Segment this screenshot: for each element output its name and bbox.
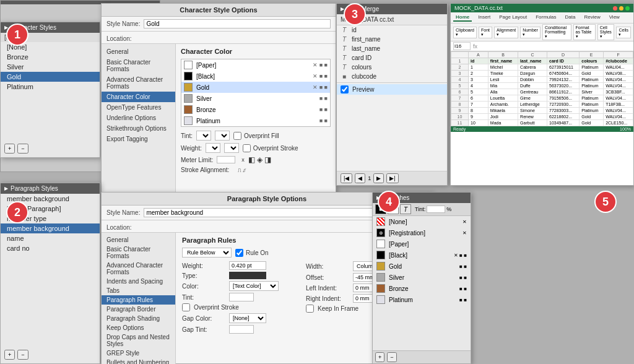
ss-cell-r6-c5[interactable]: WALV04... — [604, 95, 633, 102]
color-item-paper[interactable]: [Paper] ✕ ■ ■ — [181, 59, 330, 71]
para-styles-new-btn[interactable]: + — [4, 350, 15, 360]
para-nav-bullets[interactable]: Bullets and Numbering — [102, 358, 175, 364]
ss-cell-r10-c0[interactable]: 10 — [469, 120, 489, 126]
color-item-platinum[interactable]: Platinum ■ ■ — [181, 115, 330, 126]
ss-cell-r9-c2[interactable]: Renew — [518, 114, 547, 120]
color-item-gold[interactable]: Gold ✕ ■ ■ — [181, 82, 330, 93]
char-meter-input[interactable] — [217, 156, 235, 163]
para-nav-rules[interactable]: Paragraph Rules — [102, 295, 175, 305]
char-style-gold[interactable]: Gold — [1, 72, 100, 82]
ss-cell-r10-c4[interactable]: Gold — [580, 120, 604, 126]
swatch-gold[interactable]: Gold ■ ■ — [373, 261, 471, 272]
swatch-registration[interactable]: ⊕ [Registration] ✕ — [373, 227, 471, 238]
ss-cell-r2-c0[interactable]: 2 — [469, 71, 489, 77]
para-nav-shading[interactable]: Paragraph Shading — [102, 314, 175, 323]
para-rule-on-cb[interactable] — [235, 249, 243, 257]
para-nav-keep[interactable]: Keep Options — [102, 323, 175, 332]
swatch-silver[interactable]: Silver ■ ■ — [373, 272, 471, 283]
char-overprint-fill-cb[interactable] — [233, 132, 241, 140]
ss-cell-r5-c4[interactable]: Silver — [580, 89, 604, 95]
ss-close-btn[interactable] — [613, 6, 617, 11]
swatch-bronze[interactable]: Bronze ■ ■ — [373, 283, 471, 294]
ss-cell-r8-c4[interactable]: Platinum — [580, 108, 604, 114]
swatch-paper[interactable]: [Paper] — [373, 238, 471, 249]
ss-cell-r4-c1[interactable]: Mia — [488, 83, 518, 89]
ss-cell-r4-c2[interactable]: Duffe — [518, 83, 547, 89]
ss-tab-formulas[interactable]: Formulas — [533, 14, 558, 22]
ss-cell-r9-c0[interactable]: 9 — [469, 114, 489, 120]
para-nav-general[interactable]: General — [102, 235, 175, 245]
dm-last-btn[interactable]: ▶| — [386, 173, 398, 183]
ss-cell-r8-c5[interactable]: WALV04... — [604, 108, 633, 114]
para-styles-del-btn[interactable]: − — [17, 350, 28, 360]
ss-max-btn[interactable] — [625, 6, 630, 11]
char-tint-val-select[interactable] — [215, 131, 230, 141]
ss-cell-r1-c3[interactable]: 6273915011 — [547, 64, 579, 71]
ss-cell-r4-c4[interactable]: Platinum — [580, 83, 604, 89]
para-nav-tabs[interactable]: Tabs — [102, 286, 175, 295]
para-color-select[interactable]: [Text Color] — [229, 281, 279, 291]
para-style-member-bg[interactable]: member background — [1, 223, 100, 233]
ss-cell-r4-c3[interactable]: 56373020... — [547, 83, 579, 89]
ss-cell-r7-c3[interactable]: 72720930... — [547, 102, 579, 108]
para-nav-indents[interactable]: Indents and Spacing — [102, 277, 175, 286]
para-keep-in-frame-cb[interactable] — [306, 305, 314, 313]
para-nav-advanced[interactable]: Advanced Character Formats — [102, 261, 175, 277]
ss-cell-ref-input[interactable] — [453, 42, 471, 50]
ss-cell-r4-c0[interactable]: 4 — [469, 83, 489, 89]
ss-col-e[interactable]: E — [580, 52, 604, 58]
ss-cell-r6-c0[interactable]: 6 — [469, 95, 489, 102]
para-nav-border[interactable]: Paragraph Border — [102, 305, 175, 314]
ss-cell-r3-c5[interactable]: WALV04... — [604, 77, 633, 83]
swatch-none[interactable]: [None] ✕ — [373, 216, 471, 227]
ss-cell-r8-c3[interactable]: 77283003... — [547, 108, 579, 114]
ss-cell-r7-c5[interactable]: T18F3B... — [604, 102, 633, 108]
char-weight-select[interactable] — [206, 143, 220, 153]
ss-cell-r3-c1[interactable]: Lesli — [488, 77, 518, 83]
ss-cell-r2-c3[interactable]: 67450604... — [547, 71, 579, 77]
ss-cell-r4-c5[interactable]: WALV04... — [604, 83, 633, 89]
ss-cell-r0-c3[interactable]: card ID — [547, 58, 579, 64]
ss-cell-r2-c2[interactable]: Dzegun — [518, 71, 547, 77]
ss-tab-pagelayout[interactable]: Page Layout — [497, 14, 529, 22]
char-style-platinum[interactable]: Platinum — [1, 82, 100, 92]
ss-cell-r6-c4[interactable]: Platinum — [580, 95, 604, 102]
char-overprint-stroke-cb[interactable] — [243, 144, 251, 152]
ss-cell-r10-c2[interactable]: Garbutt — [518, 120, 547, 126]
char-nav-basic[interactable]: Basic Character Formats — [102, 57, 175, 74]
swatch-del-btn[interactable]: − — [387, 352, 396, 362]
ss-cell-r1-c1[interactable]: Michel — [488, 64, 518, 71]
ss-cell-r2-c1[interactable]: Tineke — [488, 71, 518, 77]
swatch-t-btn[interactable]: T — [400, 204, 411, 214]
ss-cell-r0-c2[interactable]: last_name — [518, 58, 547, 64]
ss-cell-r1-c0[interactable]: 1 — [469, 64, 489, 71]
ss-col-d[interactable]: D — [547, 52, 579, 58]
char-style-name-input[interactable] — [144, 19, 331, 28]
char-weight-val-select[interactable] — [224, 143, 239, 153]
para-nav-grep[interactable]: GREP Style — [102, 349, 175, 358]
dm-preview-cb[interactable] — [341, 85, 349, 93]
ss-cell-r1-c4[interactable]: Platinum — [580, 64, 604, 71]
ss-cell-r9-c3[interactable]: 62218602... — [547, 114, 579, 120]
ss-cell-r0-c0[interactable]: id — [469, 58, 489, 64]
char-styles-del-btn[interactable]: − — [17, 144, 28, 154]
swatch-platinum[interactable]: Platinum ■ ■ — [373, 294, 471, 305]
para-gap-color-select[interactable]: [None] — [229, 313, 266, 323]
ss-cell-r3-c2[interactable]: Dobbin — [518, 77, 547, 83]
color-item-bronze[interactable]: Bronze ■ ■ — [181, 104, 330, 115]
ss-cell-r7-c0[interactable]: 7 — [469, 102, 489, 108]
dm-prev-btn[interactable]: ◀ — [355, 173, 365, 183]
char-nav-strikethrough[interactable]: Strikethrough Options — [102, 123, 175, 134]
swatch-black[interactable]: [Black] ✕ ■ ■ — [373, 249, 471, 261]
ss-cell-r5-c1[interactable]: Alla — [488, 89, 518, 95]
ss-cell-r6-c2[interactable]: Gime — [518, 95, 547, 102]
char-nav-general[interactable]: General — [102, 46, 175, 57]
ss-cell-r2-c5[interactable]: WALV08... — [604, 71, 633, 77]
para-tint-input[interactable] — [229, 293, 254, 301]
ss-cell-r3-c3[interactable]: 79924132... — [547, 77, 579, 83]
char-nav-advanced[interactable]: Advanced Character Formats — [102, 74, 175, 92]
ss-cell-r7-c2[interactable]: Letherdge — [518, 102, 547, 108]
ss-cell-r0-c1[interactable]: first_name — [488, 58, 518, 64]
ss-cell-r8-c0[interactable]: 8 — [469, 108, 489, 114]
swatch-tint-input[interactable] — [427, 206, 445, 213]
